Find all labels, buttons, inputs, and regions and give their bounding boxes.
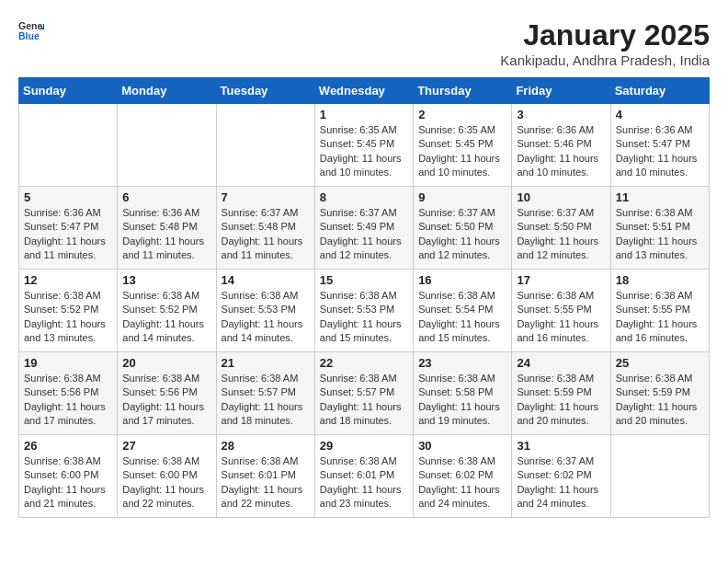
weekday-header-wednesday: Wednesday [314,78,413,104]
day-info: Sunrise: 6:37 AM Sunset: 5:48 PM Dayligh… [222,206,310,263]
day-number: 7 [222,190,310,204]
calendar-week-row: 12Sunrise: 6:38 AM Sunset: 5:52 PM Dayli… [19,270,710,352]
calendar-cell [610,435,709,518]
logo: General Blue [18,18,44,44]
day-info: Sunrise: 6:35 AM Sunset: 5:45 PM Dayligh… [320,123,408,180]
day-number: 6 [122,190,210,204]
day-number: 4 [616,108,704,121]
calendar-cell: 3Sunrise: 6:36 AM Sunset: 5:46 PM Daylig… [512,104,610,187]
weekday-header-tuesday: Tuesday [216,78,314,104]
calendar-cell: 31Sunrise: 6:37 AM Sunset: 6:02 PM Dayli… [512,435,610,518]
day-info: Sunrise: 6:38 AM Sunset: 5:54 PM Dayligh… [418,289,506,346]
day-number: 22 [320,356,408,370]
calendar-week-row: 1Sunrise: 6:35 AM Sunset: 5:45 PM Daylig… [19,104,710,187]
calendar-body: 1Sunrise: 6:35 AM Sunset: 5:45 PM Daylig… [19,104,710,518]
day-number: 31 [517,439,605,453]
day-number: 8 [320,190,408,204]
day-info: Sunrise: 6:38 AM Sunset: 6:02 PM Dayligh… [418,454,506,511]
day-number: 3 [517,108,605,121]
title-area: January 2025 Kankipadu, Andhra Pradesh, … [500,18,710,68]
calendar-title: January 2025 [500,18,710,52]
day-number: 10 [517,190,605,204]
calendar-cell: 11Sunrise: 6:38 AM Sunset: 5:51 PM Dayli… [610,187,709,270]
day-info: Sunrise: 6:38 AM Sunset: 5:59 PM Dayligh… [616,372,704,429]
day-info: Sunrise: 6:37 AM Sunset: 5:50 PM Dayligh… [517,206,605,263]
calendar-cell: 27Sunrise: 6:38 AM Sunset: 6:00 PM Dayli… [118,435,216,518]
calendar-cell: 18Sunrise: 6:38 AM Sunset: 5:55 PM Dayli… [610,270,709,352]
calendar-cell: 17Sunrise: 6:38 AM Sunset: 5:55 PM Dayli… [512,270,610,352]
day-info: Sunrise: 6:38 AM Sunset: 6:00 PM Dayligh… [122,454,210,511]
day-number: 25 [616,356,704,370]
day-number: 19 [24,356,112,370]
calendar-cell: 14Sunrise: 6:38 AM Sunset: 5:53 PM Dayli… [216,270,314,352]
day-number: 12 [24,273,112,287]
day-info: Sunrise: 6:38 AM Sunset: 5:56 PM Dayligh… [24,372,112,429]
calendar-cell: 21Sunrise: 6:38 AM Sunset: 5:57 PM Dayli… [216,352,314,435]
calendar-cell: 23Sunrise: 6:38 AM Sunset: 5:58 PM Dayli… [414,352,512,435]
calendar-cell [216,104,314,187]
calendar-cell: 5Sunrise: 6:36 AM Sunset: 5:47 PM Daylig… [19,187,118,270]
calendar-week-row: 5Sunrise: 6:36 AM Sunset: 5:47 PM Daylig… [19,187,710,270]
day-number: 23 [418,356,506,370]
calendar-cell [19,104,118,187]
day-info: Sunrise: 6:38 AM Sunset: 5:53 PM Dayligh… [320,289,408,346]
calendar-cell: 26Sunrise: 6:38 AM Sunset: 6:00 PM Dayli… [19,435,118,518]
day-info: Sunrise: 6:36 AM Sunset: 5:48 PM Dayligh… [122,206,210,263]
day-info: Sunrise: 6:38 AM Sunset: 5:51 PM Dayligh… [616,206,704,263]
calendar-cell: 29Sunrise: 6:38 AM Sunset: 6:01 PM Dayli… [314,435,413,518]
day-number: 27 [122,439,210,453]
calendar-cell [118,104,216,187]
calendar-cell: 10Sunrise: 6:37 AM Sunset: 5:50 PM Dayli… [512,187,610,270]
day-number: 21 [222,356,310,370]
calendar-cell: 6Sunrise: 6:36 AM Sunset: 5:48 PM Daylig… [118,187,216,270]
calendar-header: SundayMondayTuesdayWednesdayThursdayFrid… [19,78,710,104]
calendar-cell: 4Sunrise: 6:36 AM Sunset: 5:47 PM Daylig… [610,104,709,187]
calendar-cell: 19Sunrise: 6:38 AM Sunset: 5:56 PM Dayli… [19,352,118,435]
calendar-table: SundayMondayTuesdayWednesdayThursdayFrid… [18,77,710,518]
calendar-cell: 25Sunrise: 6:38 AM Sunset: 5:59 PM Dayli… [610,352,709,435]
day-number: 28 [222,439,310,453]
day-info: Sunrise: 6:38 AM Sunset: 5:53 PM Dayligh… [222,289,310,346]
day-info: Sunrise: 6:38 AM Sunset: 5:59 PM Dayligh… [517,372,605,429]
day-number: 1 [320,108,408,121]
day-info: Sunrise: 6:38 AM Sunset: 5:55 PM Dayligh… [616,289,704,346]
page-header: General Blue January 2025 Kankipadu, And… [18,18,710,68]
day-info: Sunrise: 6:38 AM Sunset: 6:00 PM Dayligh… [24,454,112,511]
weekday-header-monday: Monday [118,78,216,104]
day-info: Sunrise: 6:36 AM Sunset: 5:46 PM Dayligh… [517,123,605,180]
calendar-cell: 20Sunrise: 6:38 AM Sunset: 5:56 PM Dayli… [118,352,216,435]
calendar-week-row: 19Sunrise: 6:38 AM Sunset: 5:56 PM Dayli… [19,352,710,435]
day-info: Sunrise: 6:38 AM Sunset: 5:58 PM Dayligh… [418,372,506,429]
day-number: 5 [24,190,112,204]
day-number: 18 [616,273,704,287]
calendar-cell: 16Sunrise: 6:38 AM Sunset: 5:54 PM Dayli… [414,270,512,352]
day-number: 16 [418,273,506,287]
day-number: 29 [320,439,408,453]
day-number: 24 [517,356,605,370]
calendar-cell: 8Sunrise: 6:37 AM Sunset: 5:49 PM Daylig… [314,187,413,270]
day-number: 15 [320,273,408,287]
calendar-cell: 15Sunrise: 6:38 AM Sunset: 5:53 PM Dayli… [314,270,413,352]
day-info: Sunrise: 6:37 AM Sunset: 6:02 PM Dayligh… [517,454,605,511]
day-info: Sunrise: 6:38 AM Sunset: 6:01 PM Dayligh… [320,454,408,511]
calendar-cell: 12Sunrise: 6:38 AM Sunset: 5:52 PM Dayli… [19,270,118,352]
calendar-week-row: 26Sunrise: 6:38 AM Sunset: 6:00 PM Dayli… [19,435,710,518]
day-info: Sunrise: 6:35 AM Sunset: 5:45 PM Dayligh… [418,123,506,180]
day-info: Sunrise: 6:38 AM Sunset: 5:52 PM Dayligh… [24,289,112,346]
day-number: 13 [122,273,210,287]
day-info: Sunrise: 6:37 AM Sunset: 5:49 PM Dayligh… [320,206,408,263]
calendar-cell: 7Sunrise: 6:37 AM Sunset: 5:48 PM Daylig… [216,187,314,270]
day-info: Sunrise: 6:38 AM Sunset: 5:57 PM Dayligh… [222,372,310,429]
day-info: Sunrise: 6:38 AM Sunset: 5:57 PM Dayligh… [320,372,408,429]
day-info: Sunrise: 6:36 AM Sunset: 5:47 PM Dayligh… [616,123,704,180]
day-number: 11 [616,190,704,204]
calendar-cell: 24Sunrise: 6:38 AM Sunset: 5:59 PM Dayli… [512,352,610,435]
day-number: 30 [418,439,506,453]
day-number: 9 [418,190,506,204]
calendar-cell: 2Sunrise: 6:35 AM Sunset: 5:45 PM Daylig… [414,104,512,187]
day-info: Sunrise: 6:38 AM Sunset: 5:55 PM Dayligh… [517,289,605,346]
day-info: Sunrise: 6:38 AM Sunset: 5:52 PM Dayligh… [122,289,210,346]
weekday-header-friday: Friday [512,78,610,104]
day-info: Sunrise: 6:38 AM Sunset: 5:56 PM Dayligh… [122,372,210,429]
day-number: 20 [122,356,210,370]
